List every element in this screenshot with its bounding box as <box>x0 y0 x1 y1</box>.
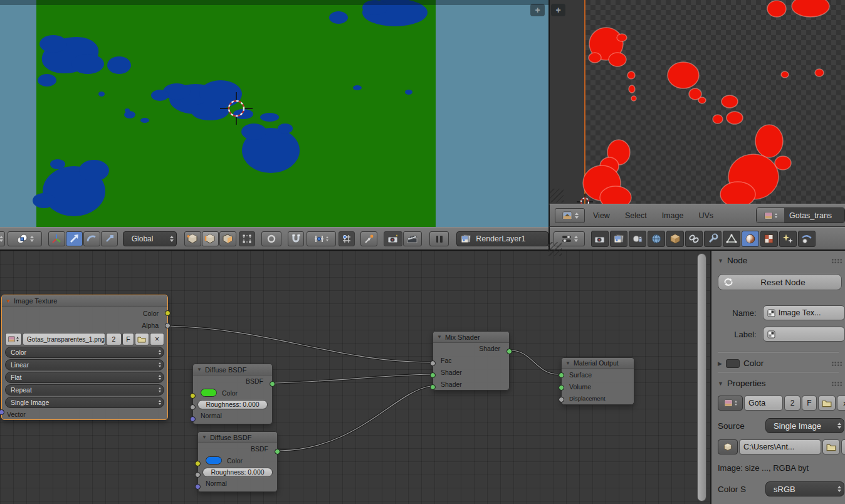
area-resize-corner[interactable] <box>548 242 562 256</box>
socket-normal-in[interactable] <box>195 484 201 490</box>
pivot-point-dropdown[interactable] <box>8 231 42 246</box>
node-header[interactable]: ▼ Mix Shader <box>433 332 509 343</box>
uv-2d-cursor[interactable] <box>575 192 594 204</box>
browse-filepath-button[interactable] <box>822 439 840 454</box>
node-header[interactable]: ▼ Diffuse BSDF <box>193 364 272 375</box>
image-region-expand-button[interactable]: + <box>551 4 565 16</box>
tab-texture[interactable] <box>760 231 778 247</box>
tab-scene[interactable] <box>629 231 646 247</box>
dropdown-projection[interactable]: Flat <box>5 372 164 383</box>
image-browse-button[interactable] <box>718 396 743 411</box>
limit-selection-visible-button[interactable] <box>239 231 255 246</box>
color-swatch[interactable] <box>726 359 740 368</box>
render-layer-dropdown[interactable]: RenderLayer1 <box>456 231 548 246</box>
node-image-texture[interactable]: ▼ Image Texture Color Alpha <box>1 295 168 420</box>
fake-user-button[interactable]: F <box>802 396 817 411</box>
socket-normal-in[interactable] <box>190 416 196 422</box>
tab-physics[interactable] <box>798 231 816 247</box>
collapse-triangle-icon[interactable]: ▼ <box>197 367 202 372</box>
tab-material-active[interactable] <box>742 231 759 247</box>
reset-node-button[interactable]: Reset Node <box>718 274 842 290</box>
panel-drag-dots[interactable] <box>831 258 842 263</box>
unlink-image-button[interactable]: × <box>837 396 845 411</box>
node-editor-scrollbar[interactable] <box>697 253 706 501</box>
select-mode-edge-button[interactable] <box>202 231 219 246</box>
socket-color-out[interactable] <box>165 310 171 316</box>
tab-constraints[interactable] <box>685 231 703 247</box>
snap-toggle-button[interactable] <box>288 231 304 246</box>
fake-user-button[interactable]: F <box>122 333 134 345</box>
image-name-field[interactable]: Gotas_transparentes_1.png <box>23 333 105 345</box>
open-image-button[interactable] <box>135 333 149 345</box>
tab-render[interactable] <box>591 231 609 247</box>
manipulator-axes-button[interactable] <box>48 231 65 246</box>
color-panel-header[interactable]: ▶ Color <box>718 359 845 368</box>
socket-bsdf-out[interactable] <box>270 381 275 387</box>
panel-drag-dots[interactable] <box>831 381 842 386</box>
users-count-button[interactable]: 2 <box>784 396 800 411</box>
node-diffuse-bsdf-2[interactable]: ▼ Diffuse BSDF BSDF Color Roughness: 0.0… <box>197 431 278 492</box>
area-border-horizontal[interactable] <box>0 249 845 251</box>
packed-file-button[interactable] <box>718 439 738 454</box>
reload-image-button[interactable] <box>841 439 845 454</box>
datablock-name-field[interactable]: Gota <box>744 396 783 411</box>
manipulator-rotate-button[interactable] <box>83 231 100 246</box>
tab-object[interactable] <box>666 231 684 247</box>
menu-view[interactable]: View <box>586 211 617 220</box>
viewport-region-expand-button[interactable]: + <box>530 4 545 16</box>
editor-type-button-image[interactable] <box>555 208 585 223</box>
manipulator-translate-button[interactable] <box>66 231 83 246</box>
open-image-button[interactable] <box>818 396 836 411</box>
menu-uvs[interactable]: UVs <box>691 211 720 220</box>
dropdown-color-space[interactable]: Color <box>5 347 164 358</box>
dropdown-extension[interactable]: Repeat <box>5 384 164 396</box>
collapse-triangle-icon[interactable]: ▼ <box>202 434 207 440</box>
snap-target-button[interactable] <box>339 231 355 246</box>
image-browse-button[interactable] <box>5 333 22 345</box>
transform-orientation-dropdown[interactable]: Global <box>123 231 177 246</box>
select-mode-vertex-button[interactable] <box>184 231 201 246</box>
colorspace-dropdown[interactable]: sRGB <box>765 481 844 496</box>
roughness-slider[interactable]: Roughness: 0.000 <box>197 400 268 409</box>
unlink-image-button[interactable]: × <box>150 333 164 345</box>
image-datablock-browse[interactable] <box>757 208 784 223</box>
collapse-triangle-icon[interactable]: ▶ <box>718 360 722 367</box>
image-users-button[interactable]: 2 <box>106 333 122 345</box>
node-name-field[interactable]: Image Tex... <box>763 305 845 320</box>
node-mix-shader[interactable]: ▼ Mix Shader Shader Fac Shader Shader <box>433 331 510 391</box>
socket-alpha-out[interactable] <box>165 323 171 328</box>
manipulate-center-points-button[interactable] <box>360 231 377 246</box>
editor-stepper-partial[interactable] <box>0 231 5 246</box>
socket-shader-out[interactable] <box>506 349 512 354</box>
filepath-field[interactable]: C:\Users\Ant... <box>739 439 821 454</box>
socket-color-in[interactable] <box>195 461 201 466</box>
3d-cursor[interactable] <box>218 90 255 127</box>
image-datablock-selector[interactable]: Gotas_trans <box>756 207 845 223</box>
collapse-triangle-icon[interactable]: ▼ <box>718 381 723 387</box>
tab-world[interactable] <box>648 231 665 247</box>
roughness-slider[interactable]: Roughness: 0.000 <box>202 468 273 477</box>
viewport-3d[interactable]: + <box>0 0 548 227</box>
opengl-render-image-button[interactable] <box>384 231 402 246</box>
image-editor[interactable]: + <box>548 0 845 204</box>
node-header[interactable]: ▼ Material Output <box>562 358 634 369</box>
pause-button[interactable] <box>429 231 449 246</box>
socket-shader2-in[interactable] <box>430 384 436 390</box>
select-mode-face-button[interactable] <box>219 231 236 246</box>
node-diffuse-bsdf-1[interactable]: ▼ Diffuse BSDF BSDF Color Roughness: 0.0… <box>192 364 273 424</box>
node-header[interactable]: ▼ Diffuse BSDF <box>198 432 277 443</box>
collapse-triangle-icon[interactable]: ▼ <box>437 334 442 340</box>
node-panel-header[interactable]: ▼ Node <box>718 256 845 265</box>
collapse-triangle-icon[interactable]: ▼ <box>565 360 570 366</box>
socket-bsdf-out[interactable] <box>275 449 280 454</box>
color-swatch[interactable] <box>201 389 217 397</box>
panel-drag-dots[interactable] <box>831 361 842 366</box>
tab-modifiers[interactable] <box>704 231 722 247</box>
menu-image[interactable]: Image <box>655 211 691 220</box>
manipulator-scale-button[interactable] <box>101 231 118 246</box>
dropdown-source[interactable]: Single Image <box>5 397 164 408</box>
color-swatch[interactable] <box>206 456 222 465</box>
tab-object-data[interactable] <box>723 231 740 247</box>
proportional-edit-dropdown[interactable] <box>261 231 281 246</box>
node-header[interactable]: ▼ Image Texture <box>2 295 167 307</box>
